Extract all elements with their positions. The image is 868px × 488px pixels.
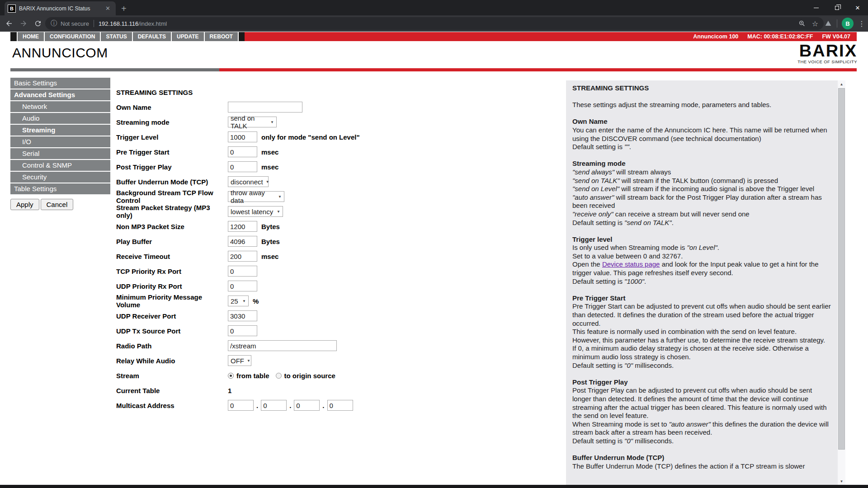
relay-while-audio-select[interactable]: OFF▼ — [228, 355, 251, 366]
scroll-down-icon[interactable]: ▼ — [838, 478, 845, 485]
minimum-priority-message-volume-select[interactable]: 25▼ — [228, 296, 249, 306]
own-name-input[interactable] — [228, 102, 302, 113]
help-section-heading: Buffer Underrun Mode (TCP) — [572, 454, 832, 462]
browser-tab[interactable]: B BARIX Annuncicom IC Status ✕ — [5, 1, 116, 15]
help-section-streaming-mode: Streaming mode"send always" will stream … — [572, 160, 832, 227]
close-icon: ✕ — [855, 5, 860, 11]
divider-gray-segment — [10, 68, 219, 71]
multicast-address-octet-2[interactable] — [261, 400, 287, 411]
window-minimize-button[interactable] — [806, 0, 826, 15]
nav-button-home[interactable]: HOME — [18, 32, 44, 41]
sidebar-item-advanced-settings[interactable]: Advanced Settings — [10, 89, 110, 100]
url-path[interactable]: /index.html — [138, 20, 167, 27]
pre-trigger-start-input[interactable] — [228, 146, 257, 157]
nav-button-reboot[interactable]: REBOOT — [205, 32, 238, 41]
nav-right-spacer — [239, 32, 245, 41]
form-row-udp-tx-source-port: UDP Tx Source Port — [116, 325, 550, 336]
sidebar-item-basic-settings[interactable]: Basic Settings — [10, 78, 110, 89]
background-stream-tcp-flow-control-select[interactable]: throw away data▼ — [228, 191, 284, 202]
help-line: When Streaming mode is set to "auto answ… — [572, 420, 832, 437]
device-status-page-link[interactable]: Device status page — [602, 260, 660, 268]
help-line: "receive only" can receive a stream but … — [572, 210, 832, 219]
bookmark-star-icon[interactable]: ☆ — [812, 19, 818, 28]
receive-timeout-input[interactable] — [228, 251, 257, 262]
field-label: Current Table — [116, 387, 228, 394]
udp-tx-source-port-input[interactable] — [228, 325, 257, 336]
radio-to-origin-source[interactable] — [276, 373, 282, 379]
tab-close-icon[interactable]: ✕ — [104, 5, 112, 12]
chevron-down-icon: ▼ — [270, 120, 274, 124]
back-button[interactable] — [4, 18, 14, 29]
stream-packet-strategy-mp3-only-select[interactable]: lowest latency▼ — [228, 206, 283, 217]
post-trigger-play-input[interactable] — [228, 161, 257, 172]
italic-text: "" — [624, 143, 629, 150]
sidebar-item-streaming[interactable]: Streaming — [10, 125, 110, 136]
profile-avatar[interactable]: B — [842, 18, 854, 29]
nav-button-status[interactable]: STATUS — [101, 32, 132, 41]
tcp-priority-rx-port-input[interactable] — [228, 266, 257, 277]
form-row-own-name: Own Name — [116, 102, 550, 113]
selected-option: throw away data — [231, 189, 275, 204]
sidebar-item-audio[interactable]: Audio — [10, 113, 110, 124]
udp-priority-rx-port-input[interactable] — [228, 281, 257, 291]
reload-button[interactable] — [33, 18, 43, 29]
zoom-icon[interactable] — [798, 20, 806, 27]
buffer-underrun-mode-tcp-select[interactable]: disconnect▼ — [228, 176, 269, 187]
multicast-address-octet-1[interactable] — [228, 400, 254, 411]
site-info-icon[interactable]: ⓘ — [51, 19, 57, 28]
sidebar-item-control-snmp[interactable]: Control & SNMP — [10, 160, 110, 171]
udp-receiver-port-input[interactable] — [228, 310, 257, 321]
forward-button[interactable] — [18, 18, 29, 29]
trigger-level-input[interactable] — [228, 131, 257, 142]
tab-title: BARIX Annuncicom IC Status — [19, 5, 104, 12]
form-title: STREAMING SETTINGS — [116, 89, 550, 96]
sidebar-item-security[interactable]: Security — [10, 172, 110, 183]
help-section-heading: Own Name — [572, 117, 832, 126]
help-line: Is only used when Streaming mode is "on … — [572, 244, 832, 252]
non-mp3-packet-size-input[interactable] — [228, 221, 257, 232]
form-row-current-table: Current Table1 — [116, 385, 550, 396]
scrollbar-thumb[interactable] — [838, 88, 845, 450]
nav-button-update[interactable]: UPDATE — [172, 32, 203, 41]
barix-logo-word: BARIX — [797, 44, 857, 58]
field-label: Background Stream TCP Flow Control — [116, 189, 228, 204]
apply-button[interactable]: Apply — [10, 199, 39, 210]
forward-arrow-icon — [19, 19, 28, 28]
sidebar-item-serial[interactable]: Serial — [10, 148, 110, 159]
form-row-buffer-underrun-mode-tcp: Buffer Underrun Mode (TCP)disconnect▼ — [116, 176, 550, 187]
play-buffer-input[interactable] — [228, 236, 257, 247]
url-host[interactable]: 192.168.11.116 — [99, 20, 138, 27]
address-bar[interactable]: ⓘ Not secure 192.168.11.116/index.html ☆ — [45, 17, 824, 30]
sidebar-item-network[interactable]: Network — [10, 101, 110, 112]
help-line: This feature is normally used in combina… — [572, 328, 832, 336]
not-secure-label[interactable]: Not secure — [61, 20, 89, 27]
multicast-address-octet-4[interactable] — [327, 400, 353, 411]
browser-menu-icon[interactable]: ⋮ — [858, 19, 865, 28]
nav-button-defaults[interactable]: DEFAULTS — [133, 32, 171, 41]
ip-separator: . — [322, 402, 324, 409]
nav-button-configuration[interactable]: CONFIGURATION — [45, 32, 100, 41]
field-suffix: Bytes — [261, 238, 280, 245]
help-line: "auto answer" will stream back for the P… — [572, 193, 832, 210]
help-line: If 0, a minimum audio delay strategy is … — [572, 344, 832, 361]
sidebar-item-table-settings[interactable]: Table Settings — [10, 183, 110, 194]
help-line: Post Trigger Play can be adjusted to pre… — [572, 386, 832, 420]
streaming-mode-select[interactable]: send on TALK▼ — [228, 117, 277, 127]
window-restore-button[interactable] — [826, 0, 847, 15]
field-label: Post Trigger Play — [116, 163, 228, 171]
new-tab-button[interactable]: + — [121, 3, 127, 14]
scroll-up-icon[interactable]: ▲ — [838, 80, 845, 88]
chevron-down-icon: ▼ — [277, 210, 280, 214]
form-row-relay-while-audio: Relay While AudioOFF▼ — [116, 355, 550, 366]
radio-path-input[interactable] — [228, 340, 337, 351]
help-line: The Buffer Underrun Mode (TCP) defines t… — [572, 462, 832, 471]
cancel-button[interactable]: Cancel — [41, 199, 74, 210]
radio-from-table[interactable] — [228, 373, 234, 379]
help-scrollbar[interactable]: ▲ ▼ — [838, 80, 845, 485]
help-title: STREAMING SETTINGS — [572, 84, 832, 93]
help-line: "send always" will stream always — [572, 168, 832, 177]
sidebar-item-i-o[interactable]: I/O — [10, 136, 110, 147]
multicast-address-octet-3[interactable] — [294, 400, 320, 411]
extension-drive-icon[interactable] — [824, 19, 832, 28]
window-close-button[interactable]: ✕ — [847, 0, 868, 15]
